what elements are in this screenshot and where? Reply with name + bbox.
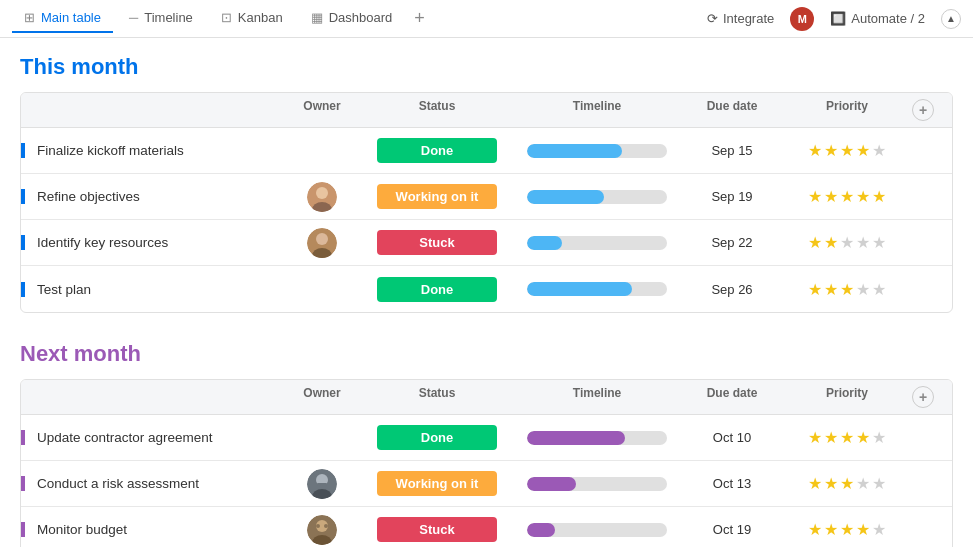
star-4: ★	[856, 428, 870, 447]
col-task	[21, 99, 282, 121]
col-status: Status	[362, 386, 512, 408]
owner-cell	[282, 228, 362, 258]
timeline-cell	[512, 431, 682, 445]
priority-cell: ★ ★ ★ ★ ★	[782, 520, 912, 539]
star-4: ★	[856, 187, 870, 206]
this-month-section: This month Owner Status Timeline Due dat…	[20, 54, 953, 313]
priority-cell: ★ ★ ★ ★ ★	[782, 187, 912, 206]
star-3: ★	[840, 187, 854, 206]
tab-main-table[interactable]: ⊞ Main table	[12, 4, 113, 33]
star-2: ★	[824, 474, 838, 493]
status-cell[interactable]: Done	[362, 138, 512, 163]
col-task	[21, 386, 282, 408]
timeline-bar	[527, 431, 625, 445]
task-border	[21, 235, 25, 250]
timeline-bar	[527, 190, 604, 204]
task-name-cell: Monitor budget	[21, 514, 282, 545]
star-1: ★	[808, 280, 822, 299]
timeline-bar	[527, 477, 576, 491]
status-cell[interactable]: Done	[362, 425, 512, 450]
task-name-cell: Refine objectives	[21, 181, 282, 212]
next-month-table-header: Owner Status Timeline Due date Priority …	[21, 380, 952, 415]
nav-tabs: ⊞ Main table ─ Timeline ⊡ Kanban ▦ Dashb…	[12, 4, 707, 33]
svg-point-1	[316, 187, 328, 199]
this-month-table-header: Owner Status Timeline Due date Priority …	[21, 93, 952, 128]
timeline-bar-container	[527, 144, 667, 158]
star-2: ★	[824, 187, 838, 206]
table-row: Test plan Done Sep 26 ★ ★ ★ ★ ★	[21, 266, 952, 312]
star-3: ★	[840, 141, 854, 160]
task-name-cell: Conduct a risk assessment	[21, 468, 282, 499]
tab-timeline[interactable]: ─ Timeline	[117, 4, 205, 33]
star-1: ★	[808, 474, 822, 493]
svg-point-4	[316, 233, 328, 245]
status-cell[interactable]: Stuck	[362, 517, 512, 542]
timeline-icon: ─	[129, 10, 138, 25]
star-2: ★	[824, 233, 838, 252]
star-5: ★	[872, 280, 886, 299]
collapse-button[interactable]: ▲	[941, 9, 961, 29]
nav-right: ⟳ Integrate M 🔲 Automate / 2 ▲	[707, 7, 961, 31]
timeline-bar-container	[527, 190, 667, 204]
status-cell[interactable]: Working on it	[362, 471, 512, 496]
due-date-cell: Sep 19	[682, 189, 782, 204]
automate-icon: 🔲	[830, 11, 846, 26]
col-owner: Owner	[282, 99, 362, 121]
add-column-button[interactable]: +	[912, 386, 934, 408]
table-row: Finalize kickoff materials Done Sep 15 ★…	[21, 128, 952, 174]
status-cell[interactable]: Stuck	[362, 230, 512, 255]
task-name: Update contractor agreement	[37, 430, 213, 445]
priority-cell: ★ ★ ★ ★ ★	[782, 474, 912, 493]
star-2: ★	[824, 280, 838, 299]
this-month-heading: This month	[20, 54, 953, 80]
user-avatar: M	[790, 7, 814, 31]
status-cell[interactable]: Working on it	[362, 184, 512, 209]
due-date-cell: Sep 26	[682, 282, 782, 297]
status-cell[interactable]: Done	[362, 277, 512, 302]
next-month-heading: Next month	[20, 341, 953, 367]
timeline-cell	[512, 477, 682, 491]
timeline-cell	[512, 523, 682, 537]
star-1: ★	[808, 141, 822, 160]
dashboard-icon: ▦	[311, 10, 323, 25]
star-4: ★	[856, 233, 870, 252]
integrate-button[interactable]: ⟳ Integrate	[707, 11, 774, 26]
avatar	[307, 515, 337, 545]
priority-cell: ★ ★ ★ ★ ★	[782, 233, 912, 252]
task-name-cell: Identify key resources	[21, 227, 282, 258]
owner-cell	[282, 515, 362, 545]
task-border	[21, 476, 25, 491]
timeline-bar	[527, 236, 562, 250]
add-column-button[interactable]: +	[912, 99, 934, 121]
automate-button[interactable]: 🔲 Automate / 2	[830, 11, 925, 26]
timeline-bar-container	[527, 477, 667, 491]
timeline-cell	[512, 190, 682, 204]
task-name: Identify key resources	[37, 235, 168, 250]
task-border	[21, 282, 25, 297]
task-border	[21, 430, 25, 445]
task-name: Conduct a risk assessment	[37, 476, 199, 491]
timeline-bar-container	[527, 523, 667, 537]
task-name: Refine objectives	[37, 189, 140, 204]
timeline-bar-container	[527, 431, 667, 445]
col-timeline: Timeline	[512, 386, 682, 408]
kanban-icon: ⊡	[221, 10, 232, 25]
table-row: Identify key resources Stuck	[21, 220, 952, 266]
tab-dashboard[interactable]: ▦ Dashboard	[299, 4, 405, 33]
star-3: ★	[840, 233, 854, 252]
star-1: ★	[808, 428, 822, 447]
col-owner: Owner	[282, 386, 362, 408]
add-tab-button[interactable]: +	[408, 8, 431, 29]
col-status: Status	[362, 99, 512, 121]
this-month-table: Owner Status Timeline Due date Priority …	[20, 92, 953, 313]
task-name: Finalize kickoff materials	[37, 143, 184, 158]
user-avatars[interactable]: M	[790, 7, 814, 31]
tab-kanban[interactable]: ⊡ Kanban	[209, 4, 295, 33]
timeline-bar	[527, 523, 555, 537]
main-content: This month Owner Status Timeline Due dat…	[0, 38, 973, 547]
star-3: ★	[840, 474, 854, 493]
due-date-cell: Oct 10	[682, 430, 782, 445]
task-border	[21, 143, 25, 158]
owner-cell	[282, 469, 362, 499]
star-5: ★	[872, 428, 886, 447]
